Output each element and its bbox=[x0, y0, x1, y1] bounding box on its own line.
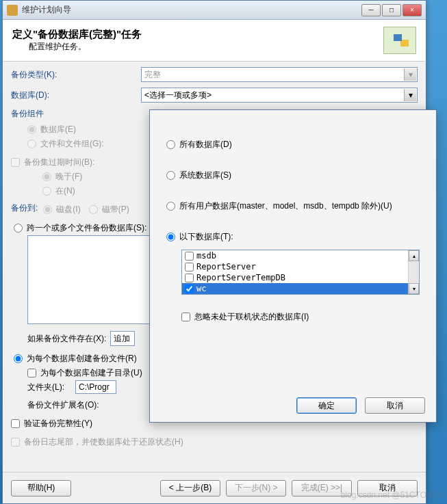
titlebar[interactable]: 维护计划向导 ─ □ × bbox=[3, 1, 426, 20]
wizard-footer: 帮助(H) < 上一步(B) 下一步(N) > 完成(E) >>| 取消 bbox=[3, 472, 426, 503]
chevron-down-icon[interactable]: ▾ bbox=[404, 89, 416, 101]
finish-button: 完成(E) >>| bbox=[292, 480, 352, 496]
cancel-button[interactable]: 取消 bbox=[357, 480, 418, 496]
header-icon bbox=[383, 27, 416, 54]
log-tail-checkbox bbox=[11, 438, 20, 447]
folder-label: 文件夹(L): bbox=[27, 382, 75, 393]
page-subtitle: 配置维护任务。 bbox=[29, 41, 383, 53]
backup-type-label: 备份类型(K): bbox=[11, 69, 141, 81]
scroll-up-icon[interactable]: ▴ bbox=[409, 250, 419, 261]
these-db-radio[interactable] bbox=[166, 233, 175, 241]
file-list[interactable] bbox=[27, 235, 151, 324]
db-checkbox[interactable] bbox=[185, 274, 194, 282]
expire-on-radio bbox=[42, 187, 51, 196]
close-button[interactable]: × bbox=[403, 4, 422, 16]
ignore-offline-checkbox[interactable] bbox=[181, 313, 190, 321]
app-icon bbox=[7, 5, 18, 16]
window-title: 维护计划向导 bbox=[22, 4, 361, 16]
minimize-button[interactable]: ─ bbox=[361, 4, 381, 16]
extension-label: 备份文件扩展名(O): bbox=[27, 399, 99, 411]
tape-radio bbox=[89, 205, 98, 214]
all-db-radio[interactable] bbox=[166, 140, 175, 149]
list-item: msdb bbox=[182, 250, 408, 261]
maximize-button[interactable]: □ bbox=[382, 4, 401, 16]
back-button[interactable]: < 上一步(B) bbox=[160, 480, 220, 496]
disk-radio bbox=[43, 205, 52, 214]
database-list[interactable]: msdb ReportServer ReportServerTempDB wc … bbox=[181, 250, 420, 295]
backup-to-label: 备份到: bbox=[11, 202, 38, 214]
backup-type-combo: 完整 ▾ bbox=[141, 67, 418, 82]
next-button: 下一步(N) > bbox=[226, 480, 286, 496]
verify-checkbox[interactable] bbox=[11, 419, 20, 428]
scrollbar[interactable]: ▴ ▾ bbox=[408, 250, 419, 294]
db-checkbox[interactable] bbox=[185, 252, 194, 261]
database-select-dialog: 所有数据库(D) 系统数据库(S) 所有用户数据库(master、model、m… bbox=[149, 109, 437, 423]
database-label: 数据库(D): bbox=[11, 90, 141, 101]
system-db-radio[interactable] bbox=[166, 171, 175, 180]
database-combo[interactable]: <选择一项或多项> ▾ bbox=[141, 88, 418, 103]
expire-after-radio bbox=[42, 172, 51, 181]
ok-button[interactable]: 确定 bbox=[296, 397, 357, 414]
component-files-radio bbox=[27, 140, 36, 148]
per-db-subdir-checkbox[interactable] bbox=[27, 369, 36, 377]
list-item: wc bbox=[182, 283, 408, 294]
user-db-radio[interactable] bbox=[166, 202, 175, 211]
if-exists-label: 如果备份文件存在(X): bbox=[27, 333, 106, 345]
db-checkbox[interactable] bbox=[185, 284, 194, 293]
if-exists-combo[interactable]: 追加 bbox=[110, 331, 135, 346]
component-db-radio bbox=[27, 125, 36, 134]
expire-checkbox bbox=[11, 158, 20, 167]
db-checkbox[interactable] bbox=[185, 263, 194, 271]
across-files-radio[interactable] bbox=[14, 224, 23, 233]
list-item: ReportServerTempDB bbox=[182, 272, 408, 283]
page-title: 定义"备份数据库(完整)"任务 bbox=[12, 28, 383, 41]
help-button[interactable]: 帮助(H) bbox=[11, 480, 71, 496]
folder-input[interactable] bbox=[75, 380, 116, 394]
dialog-cancel-button[interactable]: 取消 bbox=[365, 397, 425, 414]
chevron-down-icon: ▾ bbox=[404, 68, 416, 81]
per-db-file-radio[interactable] bbox=[14, 354, 23, 363]
list-item: ReportServer bbox=[182, 261, 408, 272]
scroll-down-icon[interactable]: ▾ bbox=[409, 283, 419, 294]
wizard-header: 定义"备份数据库(完整)"任务 配置维护任务。 bbox=[3, 20, 426, 62]
